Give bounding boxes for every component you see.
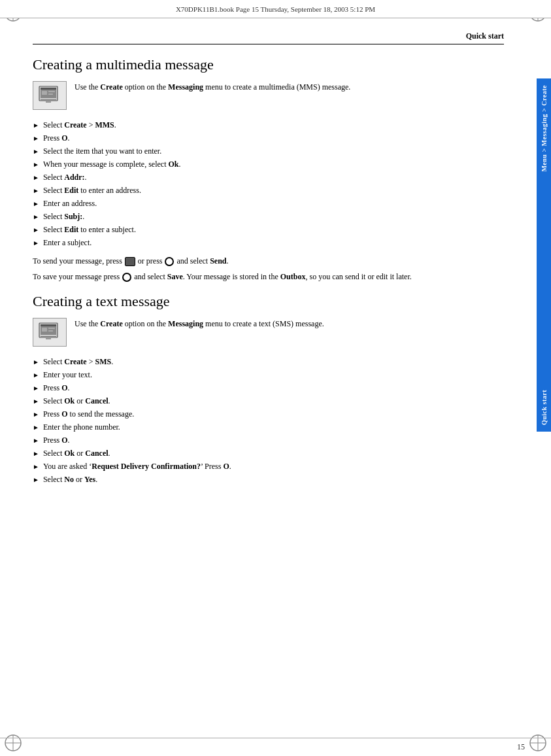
section-heading-multimedia: Creating a multimedia message — [33, 56, 504, 73]
svg-rect-27 — [46, 337, 51, 339]
section-heading-text: Creating a text message — [33, 293, 504, 310]
list-item: ►Select the item that you want to enter. — [33, 145, 504, 157]
list-item: ►Select Addr:. — [33, 171, 504, 183]
list-item: ►Enter a subject. — [33, 237, 504, 249]
svg-rect-26 — [41, 336, 56, 337]
list-item: ►Select Subj:. — [33, 211, 504, 222]
multimedia-bullet-list: ►Select Create > MMS. ►Press O. ►Select … — [33, 119, 504, 249]
list-item: ►Press O. — [33, 434, 504, 446]
svg-rect-23 — [42, 328, 47, 332]
list-item: ►Press O. — [33, 132, 504, 144]
svg-rect-19 — [46, 101, 51, 103]
multimedia-para-save: To save your message press and select Sa… — [33, 271, 504, 283]
list-item: ►Select Ok or Cancel. — [33, 395, 504, 407]
svg-rect-17 — [48, 94, 53, 95]
top-bar: X70DPK11B1.book Page 15 Thursday, Septem… — [0, 0, 551, 18]
svg-rect-15 — [42, 91, 47, 95]
svg-rect-24 — [48, 328, 55, 329]
list-item: ►When your message is complete, select O… — [33, 158, 504, 170]
svg-rect-14 — [41, 88, 56, 90]
svg-rect-18 — [41, 99, 56, 100]
multimedia-info-text: Use the Create option on the Messaging m… — [75, 81, 350, 93]
list-item: ►Select Edit to enter a subject. — [33, 224, 504, 235]
list-item: ►Press O to send the message. — [33, 408, 504, 420]
right-sidebar: Menu > Messaging > Create Quick start — [537, 78, 551, 432]
svg-rect-16 — [48, 91, 55, 92]
circle-outline-icon — [165, 257, 174, 266]
svg-rect-22 — [41, 324, 56, 326]
sidebar-label-top: Menu > Messaging > Create — [541, 85, 548, 172]
main-content: Quick start Creating a multimedia messag… — [0, 18, 537, 738]
quick-start-top-label: Quick start — [33, 31, 504, 44]
send-button-icon — [125, 257, 135, 266]
text-icon — [33, 318, 67, 347]
list-item: ►Press O. — [33, 382, 504, 394]
list-item: ►Enter the phone number. — [33, 421, 504, 433]
list-item: ►Enter an address. — [33, 198, 504, 209]
bottom-bar: 15 — [0, 738, 551, 756]
top-bar-text: X70DPK11B1.book Page 15 Thursday, Septem… — [176, 5, 375, 13]
sidebar-label-bottom: Quick start — [541, 390, 548, 425]
multimedia-para-send: To send your message, press or press and… — [33, 255, 504, 267]
circle-outline-icon-2 — [122, 273, 131, 282]
text-info-box: Use the Create option on the Messaging m… — [33, 318, 504, 347]
text-bullet-list: ►Select Create > SMS. ►Enter your text. … — [33, 356, 504, 485]
multimedia-icon — [33, 81, 67, 110]
list-item: ►Select Create > SMS. — [33, 356, 504, 368]
list-item: ►Select Create > MMS. — [33, 119, 504, 131]
svg-rect-25 — [48, 330, 53, 332]
list-item: ►Enter your text. — [33, 369, 504, 381]
list-item: ►Select Edit to enter an address. — [33, 184, 504, 196]
list-item: ►Select No or Yes. — [33, 473, 504, 485]
page-number: 15 — [517, 742, 525, 752]
multimedia-info-box: Use the Create option on the Messaging m… — [33, 81, 504, 110]
list-item: ►Select Ok or Cancel. — [33, 447, 504, 459]
text-info-text: Use the Create option on the Messaging m… — [75, 318, 324, 330]
list-item: ►You are asked ‘Request Delivery Confirm… — [33, 460, 504, 472]
